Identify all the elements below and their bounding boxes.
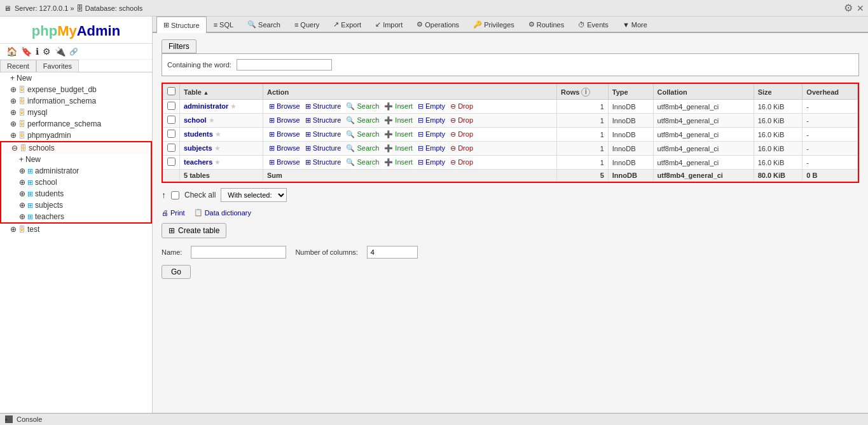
print-link[interactable]: 🖨 Print: [162, 209, 185, 217]
tab-query[interactable]: ≡ Query: [287, 17, 326, 32]
check-all-checkbox[interactable]: [171, 191, 179, 199]
gear-icon[interactable]: ⚙: [844, 2, 853, 14]
sidebar-item-schools[interactable]: ⊖ 🗄 schools: [1, 142, 151, 154]
sidebar-item-test[interactable]: ⊕ 🗄 test: [0, 224, 152, 235]
browse-btn-students[interactable]: ⊞ Browse: [267, 130, 302, 139]
link-icon[interactable]: 🔗: [69, 48, 78, 56]
back-arrow-icon[interactable]: ↑: [162, 190, 166, 200]
tab-routines[interactable]: ⚙ Routines: [521, 17, 571, 32]
sidebar-item-information_schema[interactable]: ⊕ 🗄 information_schema: [0, 95, 152, 107]
empty-btn-administrator[interactable]: ⊟ Empty: [416, 102, 447, 111]
sidebar-schools-new[interactable]: + New: [1, 154, 151, 165]
filters-button[interactable]: Filters: [162, 39, 196, 53]
star-icon-school[interactable]: ★: [209, 116, 215, 124]
create-table-button[interactable]: ⊞ Create table: [162, 223, 226, 238]
tab-import[interactable]: ↙ Import: [368, 17, 410, 32]
insert-btn-administrator[interactable]: ➕ Insert: [382, 102, 415, 111]
plug-icon[interactable]: 🔌: [55, 46, 65, 57]
search-btn-teachers[interactable]: 🔍 Search: [344, 158, 381, 167]
with-selected-dropdown[interactable]: With selected:: [221, 188, 287, 202]
tab-structure[interactable]: ⊞ Structure: [156, 17, 207, 33]
sidebar-item-phpmyadmin[interactable]: ⊕ 🗄 phpmyadmin: [0, 130, 152, 141]
rows-info-icon[interactable]: i: [581, 88, 590, 97]
tab-more[interactable]: ▼ More: [616, 17, 654, 32]
tab-sql[interactable]: ≡ SQL: [207, 17, 240, 32]
close-icon[interactable]: ✕: [857, 3, 864, 13]
drop-btn-school[interactable]: ⊖ Drop: [448, 116, 475, 125]
browse-btn-administrator[interactable]: ⊞ Browse: [267, 102, 302, 111]
row-checkbox-subjects[interactable]: [167, 144, 176, 152]
star-icon-teachers[interactable]: ★: [214, 158, 221, 166]
row-checkbox-students[interactable]: [167, 130, 176, 138]
insert-btn-teachers[interactable]: ➕ Insert: [382, 158, 415, 167]
table-row: school ★ ⊞ Browse ⊞ Structure 🔍 Search ➕…: [163, 114, 858, 128]
search-btn-administrator[interactable]: 🔍 Search: [344, 102, 381, 111]
collation-subjects: utf8mb4_general_ci: [653, 142, 754, 156]
settings-icon[interactable]: ⚙: [43, 46, 51, 57]
structure-btn-subjects[interactable]: ⊞ Structure: [303, 144, 343, 153]
sidebar-table-school[interactable]: ⊕ ⊞ school: [1, 177, 151, 188]
insert-btn-students[interactable]: ➕ Insert: [382, 130, 415, 139]
sidebar-table-teachers[interactable]: ⊕ ⊞ teachers: [1, 211, 151, 222]
col-table[interactable]: Table: [180, 84, 263, 100]
table-name-link-subjects[interactable]: subjects: [184, 144, 212, 152]
structure-btn-administrator[interactable]: ⊞ Structure: [303, 102, 343, 111]
tab-privileges[interactable]: 🔑 Privileges: [466, 17, 521, 32]
sidebar-table-students[interactable]: ⊕ ⊞ students: [1, 188, 151, 199]
type-subjects: InnoDB: [608, 142, 653, 156]
sidebar-new[interactable]: + New: [0, 72, 152, 84]
star-icon-subjects[interactable]: ★: [214, 144, 221, 152]
tab-search[interactable]: 🔍 Search: [240, 17, 287, 32]
sidebar-item-expense_budget_db[interactable]: ⊕ 🗄 expense_budget_db: [0, 84, 152, 95]
filter-input[interactable]: [237, 59, 332, 71]
search-btn-subjects[interactable]: 🔍 Search: [344, 144, 381, 153]
bookmark-icon[interactable]: 🔖: [21, 46, 32, 57]
structure-btn-teachers[interactable]: ⊞ Structure: [303, 158, 343, 167]
browse-btn-school[interactable]: ⊞ Browse: [267, 116, 302, 125]
drop-btn-students[interactable]: ⊖ Drop: [448, 130, 475, 139]
row-checkbox-administrator[interactable]: [167, 102, 176, 110]
table-name-input[interactable]: [191, 246, 286, 259]
tab-events[interactable]: ⏱ Events: [571, 17, 616, 32]
empty-btn-students[interactable]: ⊟ Empty: [416, 130, 447, 139]
search-btn-school[interactable]: 🔍 Search: [344, 116, 381, 125]
sidebar-table-administrator[interactable]: ⊕ ⊞ administrator: [1, 165, 151, 177]
empty-btn-school[interactable]: ⊟ Empty: [416, 116, 447, 125]
table-name-link-teachers[interactable]: teachers: [184, 158, 212, 166]
search-btn-students[interactable]: 🔍 Search: [344, 130, 381, 139]
empty-btn-subjects[interactable]: ⊟ Empty: [416, 144, 447, 153]
row-checkbox-school[interactable]: [167, 116, 176, 124]
drop-btn-subjects[interactable]: ⊖ Drop: [448, 144, 475, 153]
sidebar-item-performance_schema[interactable]: ⊕ 🗄 performance_schema: [0, 118, 152, 130]
tab-operations[interactable]: ⚙ Operations: [410, 17, 466, 32]
info-circle-icon[interactable]: ℹ: [36, 46, 39, 57]
empty-btn-teachers[interactable]: ⊟ Empty: [416, 158, 447, 167]
browse-btn-subjects[interactable]: ⊞ Browse: [267, 144, 302, 153]
table-name-link-administrator[interactable]: administrator: [184, 102, 228, 110]
star-icon-students[interactable]: ★: [215, 130, 221, 138]
tab-recent[interactable]: Recent: [0, 60, 36, 72]
drop-btn-teachers[interactable]: ⊖ Drop: [448, 158, 475, 167]
sidebar-table-subjects[interactable]: ⊕ ⊞ subjects: [1, 199, 151, 211]
row-checkbox-teachers[interactable]: [167, 158, 176, 166]
go-button[interactable]: Go: [162, 265, 191, 279]
star-icon-administrator[interactable]: ★: [230, 102, 237, 110]
console-bar[interactable]: ▪ Console: [0, 413, 868, 425]
table-name-link-students[interactable]: students: [184, 130, 213, 138]
columns-input[interactable]: [367, 246, 418, 259]
sidebar-item-mysql[interactable]: ⊕ 🗄 mysql: [0, 107, 152, 118]
size-teachers: 16.0 KiB: [754, 156, 803, 170]
print-row: 🖨 Print 📋 Data dictionary: [162, 208, 859, 217]
drop-btn-administrator[interactable]: ⊖ Drop: [448, 102, 475, 111]
data-dictionary-link[interactable]: 📋 Data dictionary: [194, 208, 251, 217]
tab-export[interactable]: ↗ Export: [326, 17, 368, 32]
table-name-link-school[interactable]: school: [184, 116, 206, 124]
tab-favorites[interactable]: Favorites: [36, 60, 79, 72]
insert-btn-subjects[interactable]: ➕ Insert: [382, 144, 415, 153]
structure-btn-school[interactable]: ⊞ Structure: [303, 116, 343, 125]
home-icon[interactable]: 🏠: [6, 46, 17, 57]
structure-btn-students[interactable]: ⊞ Structure: [303, 130, 343, 139]
insert-btn-school[interactable]: ➕ Insert: [382, 116, 415, 125]
select-all-checkbox[interactable]: [167, 87, 176, 95]
browse-btn-teachers[interactable]: ⊞ Browse: [267, 158, 302, 167]
